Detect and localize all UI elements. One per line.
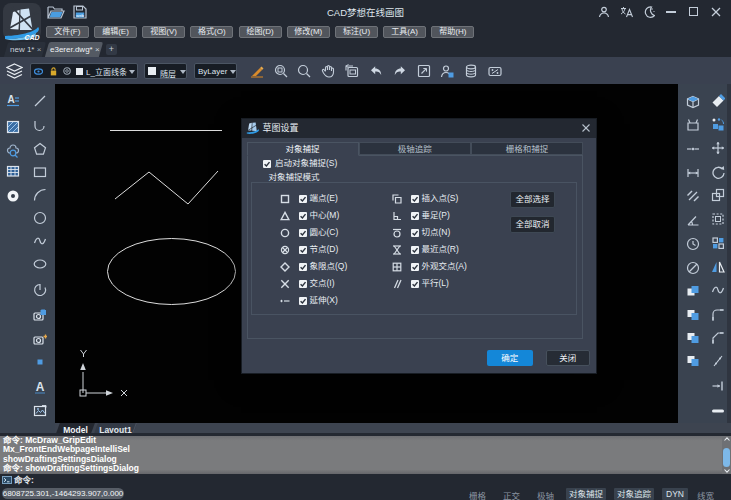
svg-text:A: A <box>7 94 14 105</box>
svg-text:CAD: CAD <box>24 34 39 41</box>
svg-text:A: A <box>36 380 45 394</box>
